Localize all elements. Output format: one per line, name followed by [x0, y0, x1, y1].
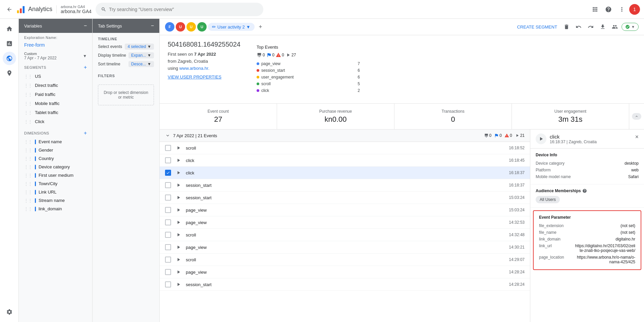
- event-video-icon: [175, 194, 182, 201]
- dropdown-chevron-icon: ▼: [147, 44, 151, 49]
- list-item[interactable]: ⋮⋮ Stream name: [19, 196, 92, 205]
- view-user-properties-link[interactable]: VIEW USER PROPERTIES: [168, 74, 240, 79]
- table-row[interactable]: session_start 14:28:24: [160, 278, 530, 291]
- audience-title-row: Audience Memberships: [536, 189, 639, 193]
- dim-color-bar: [35, 148, 36, 153]
- sidebar-reports-icon[interactable]: [3, 37, 16, 50]
- list-item[interactable]: ⋮⋮ Tablet traffic: [19, 108, 92, 117]
- event-checkbox[interactable]: [165, 182, 171, 188]
- list-item[interactable]: ⋮⋮ Event name: [19, 138, 92, 146]
- list-item[interactable]: ⋮⋮ Device category: [19, 163, 92, 171]
- add-segment-button[interactable]: +: [84, 64, 87, 70]
- sort-timeline-dropdown[interactable]: Desce... ▼: [128, 61, 154, 67]
- mobile-model-value: Safari: [628, 174, 639, 179]
- download-icon[interactable]: [597, 21, 608, 32]
- redo-icon[interactable]: [585, 21, 596, 32]
- drop-zone-text: Drop or select dimension or metric: [104, 90, 148, 100]
- user-website[interactable]: www.arbona.hr.: [179, 66, 210, 71]
- sidebar-advertising-icon[interactable]: [3, 66, 16, 80]
- date-group-header[interactable]: 7 Apr 2022 | 21 Events 0 0: [160, 129, 530, 142]
- list-item[interactable]: ⋮⋮ Direct traffic: [19, 81, 92, 90]
- add-dimension-button[interactable]: +: [84, 130, 87, 136]
- search-input[interactable]: [109, 7, 258, 12]
- table-row[interactable]: scroll 14:29:07: [160, 254, 530, 266]
- user-avatar[interactable]: 1: [629, 4, 640, 15]
- event-checkbox[interactable]: [165, 145, 171, 151]
- device-category-row: Device category desktop: [536, 160, 639, 167]
- detail-event-title: click 16:18:37 | Zagreb, Croatia: [550, 134, 597, 144]
- list-item[interactable]: ⋮⋮ Click: [19, 117, 92, 126]
- status-button[interactable]: ▼: [622, 23, 639, 31]
- list-item[interactable]: ⋮⋮ Paid traffic: [19, 90, 92, 99]
- tab-user-u2[interactable]: U: [186, 22, 196, 32]
- tab-user-u3[interactable]: U: [197, 22, 207, 32]
- tab-user-u1[interactable]: U: [176, 22, 185, 32]
- table-row[interactable]: click 16:18:45: [160, 154, 530, 167]
- table-row[interactable]: scroll 16:18:52: [160, 142, 530, 154]
- list-item[interactable]: ⋮⋮ Link URL: [19, 188, 92, 196]
- events-container: 7 Apr 2022 | 21 Events 0 0: [160, 129, 530, 322]
- table-row[interactable]: click 16:18:37: [160, 167, 530, 179]
- event-time: 14:30:21: [509, 245, 525, 250]
- close-detail-button[interactable]: ×: [635, 133, 639, 141]
- select-events-dropdown[interactable]: 4 selected ▼: [125, 44, 154, 50]
- tab-user-f[interactable]: F: [165, 22, 174, 32]
- sidebar-settings-icon[interactable]: [3, 305, 16, 319]
- date-warning-icon: 0: [504, 133, 512, 138]
- event-checkbox[interactable]: [165, 281, 171, 287]
- sidebar-home-icon[interactable]: [3, 22, 16, 36]
- table-row[interactable]: page_view 15:03:24: [160, 204, 530, 216]
- event-type-flag: 0: [266, 52, 275, 58]
- table-row[interactable]: page_view 14:28:24: [160, 266, 530, 278]
- audience-all-users-tag[interactable]: All Users: [536, 196, 560, 203]
- help-icon[interactable]: [602, 3, 614, 15]
- add-tab-button[interactable]: +: [256, 22, 265, 32]
- share-icon[interactable]: [609, 21, 620, 32]
- event-checkbox[interactable]: [165, 269, 171, 275]
- undo-icon[interactable]: [573, 21, 584, 32]
- stat-transactions: Transactions 0: [394, 104, 512, 129]
- event-checkbox[interactable]: [165, 219, 171, 225]
- collapse-stats-button[interactable]: [629, 104, 644, 129]
- list-item[interactable]: ⋮⋮ US: [19, 72, 92, 81]
- create-segment-button[interactable]: CREATE SEGMENT: [514, 23, 560, 31]
- more-vert-icon[interactable]: [616, 3, 628, 15]
- back-button[interactable]: [4, 4, 15, 15]
- search-bar[interactable]: [96, 3, 263, 16]
- list-item[interactable]: ⋮⋮ Gender: [19, 146, 92, 154]
- list-item[interactable]: ⋮⋮ link_domain: [19, 205, 92, 213]
- variables-title: Variables: [24, 23, 42, 29]
- event-checkbox[interactable]: [165, 257, 171, 263]
- table-row[interactable]: session_start 16:18:37: [160, 179, 530, 192]
- list-item[interactable]: ⋮⋮ First user medium: [19, 171, 92, 179]
- variables-minimize-btn[interactable]: −: [84, 23, 87, 29]
- tab-settings-minimize-btn[interactable]: −: [151, 23, 154, 29]
- table-row[interactable]: session_start 15:03:24: [160, 192, 530, 204]
- table-row[interactable]: scroll 14:32:48: [160, 229, 530, 241]
- stats-bar: Event count 27 Purchase revenue kn0.00 T…: [160, 104, 644, 129]
- event-checkbox[interactable]: [165, 170, 171, 176]
- active-tab[interactable]: ✏ User activity 2 ▼: [208, 23, 255, 31]
- list-item[interactable]: ⋮⋮ Country: [19, 154, 92, 163]
- delete-icon[interactable]: [561, 21, 572, 32]
- sidebar-explore-icon[interactable]: [3, 52, 16, 65]
- list-item[interactable]: ⋮⋮ Mobile traffic: [19, 99, 92, 108]
- display-timeline-dropdown[interactable]: Expan... ▼: [128, 52, 154, 58]
- event-checkbox[interactable]: [165, 244, 171, 250]
- event-video-icon: [175, 244, 182, 251]
- event-checkbox[interactable]: [165, 195, 171, 201]
- table-row[interactable]: page_view 14:30:21: [160, 241, 530, 254]
- select-events-row: Select events 4 selected ▼: [98, 44, 154, 50]
- event-checkbox[interactable]: [165, 157, 171, 163]
- event-checkbox[interactable]: [165, 232, 171, 238]
- date-range-selector[interactable]: Custom 7 Apr - 7 Apr 2022 ▼: [19, 50, 92, 62]
- drag-handle-icon: ⋮⋮: [24, 74, 32, 79]
- list-item[interactable]: ⋮⋮ Town/City: [19, 179, 92, 188]
- event-checkbox[interactable]: [165, 207, 171, 213]
- sort-timeline-row: Sort timeline Desce... ▼: [98, 61, 154, 67]
- table-row[interactable]: page_view 14:32:53: [160, 216, 530, 229]
- apps-icon[interactable]: [589, 3, 601, 15]
- filters-drop-zone[interactable]: Drop or select dimension or metric: [98, 85, 154, 105]
- exploration-name-value[interactable]: Free-form: [19, 41, 92, 50]
- param-key: link_domain: [539, 237, 560, 241]
